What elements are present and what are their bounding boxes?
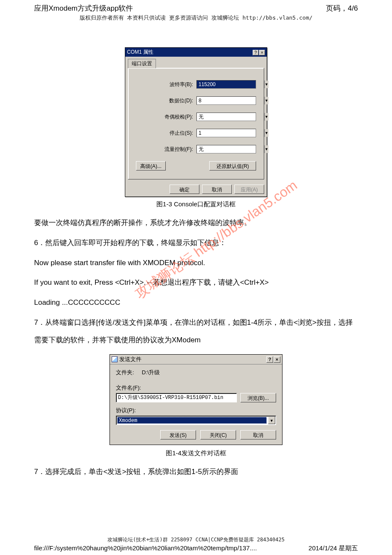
protocol-value: Xmodem bbox=[117, 417, 267, 424]
paragraph: Loading ...CCCCCCCCCC bbox=[34, 294, 358, 312]
baud-value[interactable] bbox=[197, 81, 264, 88]
chevron-down-icon[interactable]: ▼ bbox=[268, 416, 275, 424]
paragraph: If you want to exit, Press <Ctrl+X>.←若想退… bbox=[34, 274, 358, 292]
chevron-down-icon[interactable]: ▼ bbox=[264, 81, 268, 88]
ok-button[interactable]: 确定 bbox=[170, 185, 199, 194]
footer-path: file:///F:/system%20haung%20jin%20bian%2… bbox=[34, 544, 257, 552]
baud-combo[interactable]: ▼ bbox=[196, 80, 256, 89]
dialog-title: 发送文件 bbox=[119, 356, 141, 363]
figure-caption-1-4: 图1-4发送文件对话框 bbox=[34, 449, 358, 457]
send-file-dialog: 发送文件 ?× 文件夹: D:\升级 文件名(F): 浏览(B)... 协议(P… bbox=[110, 354, 282, 445]
figure-caption-1-3: 图1-3 Console口配置对话框 bbox=[34, 200, 358, 208]
dialog-titlebar: 发送文件 ?× bbox=[110, 355, 282, 364]
paragraph: Now please start transfer file with XMOD… bbox=[34, 254, 358, 272]
databits-value[interactable] bbox=[197, 97, 264, 104]
paragraph: 6．然后键入回车即可开始程序的下载，终端显示如下信息： bbox=[34, 234, 358, 252]
paragraph: 7．选择完成后，单击<发送>按钮，系统弹出如图1-5所示的界面 bbox=[34, 463, 358, 481]
paragraph: 7．从终端窗口选择[传送/发送文件]菜单项，在弹出的对话框，如图1-4所示，单击… bbox=[34, 314, 358, 349]
cancel-button[interactable]: 取消 bbox=[240, 430, 276, 439]
dialog-title: COM1 属性 bbox=[127, 49, 153, 56]
chevron-down-icon[interactable]: ▼ bbox=[264, 129, 268, 137]
protocol-combo[interactable]: Xmodem ▼ bbox=[116, 416, 276, 425]
chevron-down-icon[interactable]: ▼ bbox=[264, 113, 268, 121]
filename-input[interactable] bbox=[116, 393, 237, 402]
copyright-line: 版权归原作者所有 本资料只供试读 更多资源请访问 攻城狮论坛 http://bb… bbox=[34, 14, 358, 22]
flowcontrol-value[interactable] bbox=[197, 145, 264, 153]
com1-properties-dialog: COM1 属性 ?× 端口设置 波特率(B): ▼ 数据位(D): bbox=[125, 47, 267, 197]
document-icon bbox=[112, 356, 118, 362]
protocol-label: 协议(P): bbox=[116, 407, 276, 414]
help-icon[interactable]: ? bbox=[266, 356, 273, 363]
tab-port-settings[interactable]: 端口设置 bbox=[128, 59, 156, 68]
flowcontrol-combo[interactable]: ▼ bbox=[196, 145, 256, 153]
paragraph: 要做一次终端仿真程序的断开操作，系统才允许修改终端的波特率。 bbox=[34, 214, 358, 232]
help-icon[interactable]: ? bbox=[253, 50, 259, 55]
stopbits-value[interactable] bbox=[197, 129, 264, 137]
browse-button[interactable]: 浏览(B)... bbox=[240, 393, 276, 402]
footer-group-info: 攻城狮论坛(技术+生活)群 2258097 CCNA|CCNP免费答疑题库 28… bbox=[0, 536, 392, 543]
send-button[interactable]: 发送(S) bbox=[160, 430, 196, 439]
filename-label: 文件名(F): bbox=[116, 384, 276, 392]
databits-combo[interactable]: ▼ bbox=[196, 96, 256, 105]
folder-value: D:\升级 bbox=[142, 369, 160, 376]
dialog-titlebar: COM1 属性 ?× bbox=[125, 48, 267, 57]
stopbits-label: 停止位(S): bbox=[156, 130, 193, 137]
folder-label: 文件夹: bbox=[116, 369, 134, 376]
flowcontrol-label: 流量控制(F): bbox=[156, 146, 193, 153]
parity-label: 奇偶校检(P): bbox=[156, 113, 193, 121]
restore-defaults-button[interactable]: 还原默认值(R) bbox=[209, 161, 256, 171]
doc-title: 应用Xmodem方式升级app软件 bbox=[34, 3, 133, 13]
close-icon[interactable]: × bbox=[274, 356, 280, 363]
databits-label: 数据位(D): bbox=[156, 97, 193, 104]
chevron-down-icon[interactable]: ▼ bbox=[264, 97, 268, 104]
parity-value[interactable] bbox=[197, 113, 264, 121]
close-icon[interactable]: × bbox=[259, 50, 265, 55]
apply-button[interactable]: 应用(A) bbox=[234, 185, 264, 194]
stopbits-combo[interactable]: ▼ bbox=[196, 129, 256, 137]
baud-label: 波特率(B): bbox=[156, 81, 193, 88]
page-indicator: 页码，4/6 bbox=[326, 3, 358, 13]
chevron-down-icon[interactable]: ▼ bbox=[264, 145, 268, 153]
footer-date: 2014/1/24 星期五 bbox=[308, 544, 358, 552]
cancel-button[interactable]: 取消 bbox=[202, 185, 232, 194]
parity-combo[interactable]: ▼ bbox=[196, 113, 256, 121]
advanced-button[interactable]: 高级(A)... bbox=[136, 161, 166, 171]
close-button[interactable]: 关闭(C) bbox=[200, 430, 236, 439]
